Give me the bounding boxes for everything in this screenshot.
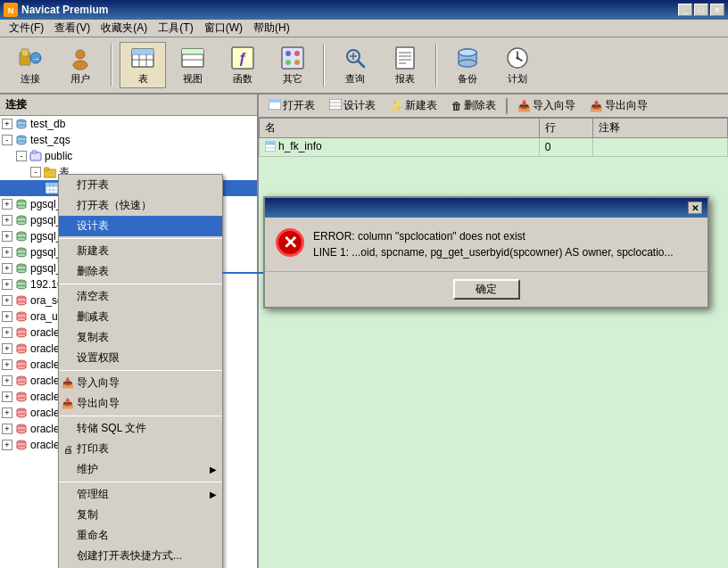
toolbar-table-button[interactable]: 表 (120, 42, 166, 88)
expand-oracle8[interactable]: + (2, 440, 12, 450)
ctx-manage-group[interactable]: 管理组 ▶ (59, 484, 222, 505)
context-menu[interactable]: 打开表 打开表（快速） 设计表 新建表 删除表 清空表 删减表 复制表 设置权限… (58, 174, 223, 568)
expand-oracle5[interactable]: + (2, 391, 12, 402)
ctx-new-table[interactable]: 新建表 (59, 241, 222, 261)
dialog-close-button[interactable]: ✕ (688, 202, 702, 214)
ctx-truncate-table[interactable]: 清空表 (59, 286, 222, 307)
expand-oracle6[interactable]: + (2, 407, 12, 418)
ctx-design-table[interactable]: 设计表 (59, 216, 222, 236)
rt-new-table[interactable]: ✨ 新建表 (384, 96, 443, 116)
ctx-import-wizard[interactable]: 📥 导入向导 (59, 373, 222, 393)
minimize-button[interactable]: _ (678, 4, 692, 16)
expand-oracle1[interactable]: + (2, 327, 12, 338)
rt-import-wizard[interactable]: 📥 导入向导 (511, 96, 582, 116)
ctx-copy-table[interactable]: 复制表 (59, 327, 222, 348)
ctx-sep-1 (59, 238, 222, 239)
expand-oracle4[interactable]: + (2, 375, 12, 386)
ctx-delete-table[interactable]: 删除表 (59, 261, 222, 282)
ctx-maintain[interactable]: 维护 ▶ (59, 459, 222, 480)
svg-rect-51 (44, 168, 49, 170)
menu-favorites[interactable]: 收藏夹(A) (95, 19, 153, 37)
error-icon: ✕ (276, 228, 304, 257)
ctx-sep-5 (59, 482, 222, 482)
design-table-icon (329, 99, 342, 112)
svg-text:ƒ: ƒ (239, 51, 247, 66)
ctx-copy-table-label: 复制表 (77, 330, 109, 345)
ctx-dump-sql[interactable]: 转储 SQL 文件 (59, 418, 222, 439)
ctx-export-icon: 📤 (61, 397, 75, 411)
toolbar-connect-button[interactable]: → 连接 (7, 42, 54, 88)
close-button[interactable]: ✕ (710, 4, 724, 16)
expand-pgsql2[interactable]: + (2, 247, 12, 258)
menu-help[interactable]: 帮助(H) (248, 19, 295, 37)
db-icon-ip192 (14, 277, 29, 292)
table-row[interactable]: h_fk_info 0 (260, 138, 728, 157)
expand-test-zqs[interactable]: - (2, 135, 12, 145)
toolbar-user-button[interactable]: 用户 (57, 42, 103, 88)
dialog-message: ERROR: column "spclocation" does not exi… (313, 228, 697, 260)
rt-open-table[interactable]: 打开表 (262, 96, 321, 116)
rt-design-table[interactable]: 设计表 (323, 96, 382, 116)
tree-item-test-zqs[interactable]: - test_zqs (0, 132, 257, 148)
ctx-set-permissions[interactable]: 设置权限 (59, 348, 222, 368)
menu-view[interactable]: 查看(V) (49, 19, 95, 37)
toolbar-func-button[interactable]: ƒ 函数 (219, 42, 266, 88)
expand-test-db[interactable]: + (2, 119, 12, 129)
ctx-import-label: 导入向导 (77, 375, 120, 391)
rt-delete-table[interactable]: 🗑 删除表 (445, 96, 502, 116)
menu-tools[interactable]: 工具(T) (153, 19, 198, 37)
expand-pgsql1a[interactable]: + (2, 199, 12, 210)
expand-table-folder[interactable]: - (30, 167, 41, 177)
ctx-import-icon: 📥 (61, 376, 75, 391)
data-table: 名 行 注释 h_fk_info 0 (259, 118, 728, 157)
menu-window[interactable]: 窗口(W) (199, 19, 248, 37)
expand-oracle7[interactable]: + (2, 424, 12, 434)
rt-open-table-label: 打开表 (283, 98, 315, 113)
export-icon: 📤 (590, 100, 603, 112)
tree-item-public[interactable]: - public (0, 148, 257, 164)
expand-pgsql1c[interactable]: + (2, 231, 12, 242)
ctx-copy[interactable]: 复制 (59, 505, 222, 525)
rt-export-wizard[interactable]: 📤 导出向导 (583, 96, 654, 116)
ctx-create-shortcut[interactable]: 创建打开表快捷方式... (59, 546, 222, 566)
ctx-open-table-fast[interactable]: 打开表（快速） (59, 195, 222, 216)
menu-file[interactable]: 文件(F) (4, 19, 49, 37)
ctx-print-table[interactable]: 🖨 打印表 (59, 439, 222, 459)
toolbar-query-button[interactable]: 查询 (332, 42, 378, 88)
ctx-reduce-table[interactable]: 删减表 (59, 307, 222, 327)
toolbar-schedule-button[interactable]: 计划 (494, 42, 541, 88)
expand-ora-uni[interactable]: + (2, 311, 12, 322)
backup-icon (453, 45, 482, 70)
view-label: 视图 (183, 72, 203, 86)
expand-pgsql1b[interactable]: + (2, 215, 12, 226)
ctx-open-table[interactable]: 打开表 (59, 175, 222, 195)
error-line1: ERROR: column "spclocation" does not exi… (313, 228, 697, 244)
expand-ip192[interactable]: + (2, 279, 12, 290)
rt-delete-table-label: 删除表 (464, 98, 496, 113)
user-icon (66, 45, 95, 70)
db-icon-ora-sco (14, 293, 29, 308)
toolbar-other-button[interactable]: 其它 (269, 42, 316, 88)
toolbar-view-button[interactable]: 视图 (170, 42, 216, 88)
expand-oracle2[interactable]: + (2, 343, 12, 354)
ctx-rename[interactable]: 重命名 (59, 525, 222, 546)
toolbar-report-button[interactable]: 报表 (382, 42, 428, 88)
other-label: 其它 (283, 72, 302, 86)
maximize-button[interactable]: □ (694, 4, 708, 16)
toolbar-backup-button[interactable]: 备份 (444, 42, 491, 88)
svg-line-26 (358, 61, 364, 67)
table-label: 表 (138, 72, 148, 86)
expand-pgsql6[interactable]: + (2, 263, 12, 274)
expand-public[interactable]: - (16, 151, 27, 161)
svg-rect-29 (396, 47, 414, 69)
svg-text:→: → (31, 54, 40, 63)
tree-item-test-db[interactable]: + test_db (0, 116, 257, 132)
expand-ora-sco[interactable]: + (2, 295, 12, 306)
expand-oracle3[interactable]: + (2, 359, 12, 370)
error-dialog[interactable]: ✕ ✕ ERROR: column "spclocation" does not… (263, 196, 709, 309)
dialog-ok-button[interactable]: 确定 (453, 279, 520, 300)
ctx-export-wizard[interactable]: 📤 导出向导 (59, 393, 222, 414)
app-title: Navicat Premium (21, 4, 678, 16)
db-icon-oracle1 (14, 325, 29, 340)
ctx-new-table-label: 新建表 (77, 243, 109, 259)
